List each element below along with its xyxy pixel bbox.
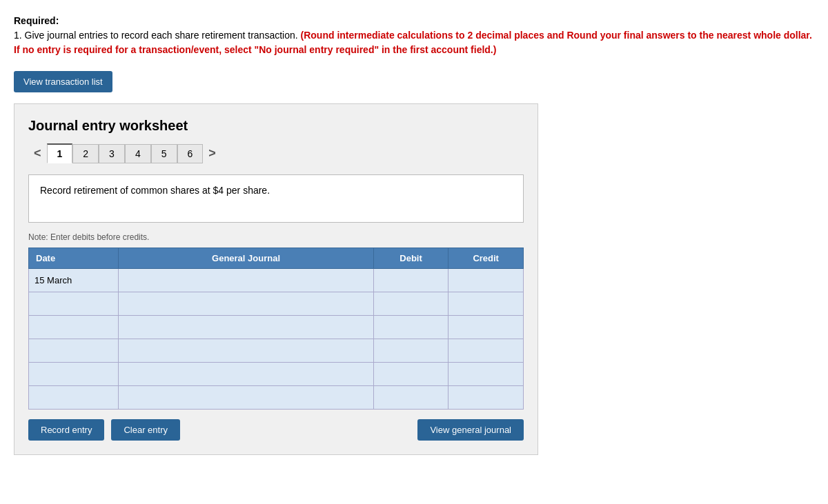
journal-table: Date General Journal Debit Credit 15 Mar… [28,248,524,410]
clear-entry-button[interactable]: Clear entry [111,419,180,441]
header-debit: Debit [373,248,448,269]
table-row [29,386,524,410]
table-row [29,363,524,386]
tab-prev-button[interactable]: < [28,143,47,163]
credit-input-3[interactable] [448,316,523,339]
date-cell-4 [29,339,119,363]
debit-cell-6[interactable] [373,386,448,410]
tabs-row: < 1 2 3 4 5 6 > [28,143,524,163]
tab-4[interactable]: 4 [125,144,151,163]
debit-input-2[interactable] [374,292,448,315]
journal-cell-5[interactable] [119,363,373,386]
journal-cell-2[interactable] [119,292,373,316]
table-row [29,339,524,363]
tab-3[interactable]: 3 [99,144,125,163]
credit-input-1[interactable] [448,269,523,292]
journal-input-5[interactable] [119,363,373,385]
header-credit: Credit [448,248,524,269]
credit-cell-2[interactable] [448,292,524,316]
journal-cell-3[interactable] [119,316,373,339]
buttons-row: Record entry Clear entry View general jo… [28,419,524,441]
debit-cell-3[interactable] [373,316,448,339]
credit-input-4[interactable] [448,339,523,362]
journal-cell-1[interactable] [119,269,373,292]
tab-2[interactable]: 2 [72,144,99,163]
journal-input-6[interactable] [119,386,373,409]
tab-5[interactable]: 5 [151,144,177,163]
journal-input-3[interactable] [119,316,373,339]
header-date: Date [29,248,119,269]
date-cell-5 [29,363,119,386]
debit-cell-4[interactable] [373,339,448,363]
instruction-text: 1. Give journal entries to record each s… [14,28,814,57]
required-label: Required: [14,14,814,28]
date-cell-2 [29,292,119,316]
credit-cell-5[interactable] [448,363,524,386]
credit-cell-4[interactable] [448,339,524,363]
journal-cell-4[interactable] [119,339,373,363]
instruction-plain: 1. Give journal entries to record each s… [14,30,298,41]
worksheet-title: Journal entry worksheet [28,118,524,134]
debit-cell-1[interactable] [373,269,448,292]
record-entry-button[interactable]: Record entry [28,419,104,441]
date-cell-6 [29,386,119,410]
description-box: Record retirement of common shares at $4… [28,174,524,223]
description-text: Record retirement of common shares at $4… [40,185,270,196]
debit-input-3[interactable] [374,316,448,339]
header-general-journal: General Journal [119,248,373,269]
debit-cell-2[interactable] [373,292,448,316]
date-cell-1: 15 March [29,269,119,292]
date-cell-3 [29,316,119,339]
debit-input-4[interactable] [374,339,448,362]
debit-input-5[interactable] [374,363,448,385]
table-row [29,316,524,339]
journal-input-4[interactable] [119,339,373,362]
debit-input-6[interactable] [374,386,448,409]
table-row: 15 March [29,269,524,292]
journal-cell-6[interactable] [119,386,373,410]
view-general-journal-button[interactable]: View general journal [417,419,524,441]
credit-input-5[interactable] [448,363,523,385]
credit-cell-6[interactable] [448,386,524,410]
credit-cell-1[interactable] [448,269,524,292]
journal-input-1[interactable] [119,269,373,292]
journal-input-2[interactable] [119,292,373,315]
debit-cell-5[interactable] [373,363,448,386]
worksheet-container: Journal entry worksheet < 1 2 3 4 5 6 > … [14,103,538,455]
required-section: Required: 1. Give journal entries to rec… [14,14,814,57]
tab-6[interactable]: 6 [177,144,204,163]
debit-input-1[interactable] [374,269,448,292]
credit-cell-3[interactable] [448,316,524,339]
view-transaction-button[interactable]: View transaction list [14,71,112,92]
credit-input-2[interactable] [448,292,523,315]
note-text: Note: Enter debits before credits. [28,232,524,242]
table-row [29,292,524,316]
tab-next-button[interactable]: > [203,143,221,163]
credit-input-6[interactable] [448,386,523,409]
tab-1[interactable]: 1 [47,143,73,163]
